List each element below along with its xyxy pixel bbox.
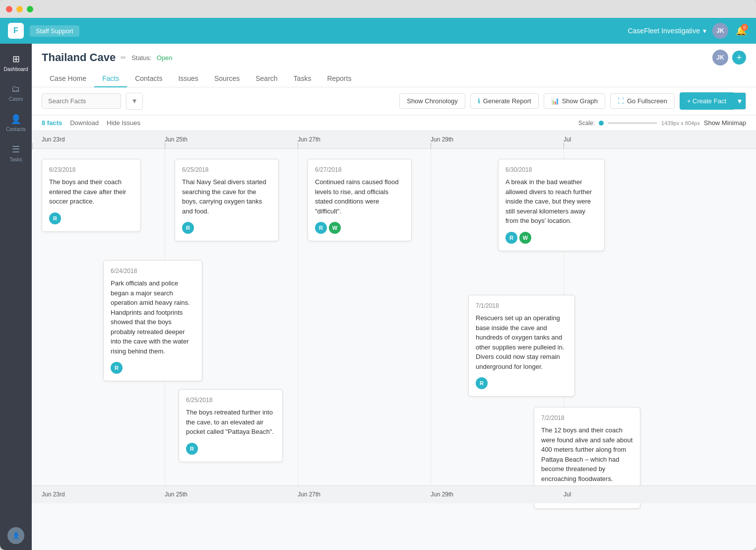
notification-bell[interactable]: 🔔 0 bbox=[734, 24, 748, 38]
fact-date-8: 7/2/2018 bbox=[541, 414, 633, 421]
sidebar-item-cases[interactable]: 🗂 Cases bbox=[0, 78, 32, 108]
tag-r-2: R bbox=[111, 362, 123, 374]
download-link[interactable]: Download bbox=[70, 119, 99, 127]
facts-count: 8 facts bbox=[42, 119, 62, 127]
show-minimap-button[interactable]: Show Minimap bbox=[704, 119, 746, 127]
tag-r-1: R bbox=[49, 212, 61, 224]
fact-tags-2: R bbox=[111, 362, 195, 374]
chronology-label: Show Chronology bbox=[407, 97, 458, 105]
fact-date-1: 6/23/2018 bbox=[49, 166, 133, 173]
generate-report-label: Generate Report bbox=[483, 97, 531, 105]
facts-bar: 8 facts Download Hide Issues Scale: 1439… bbox=[32, 115, 756, 131]
filter-button[interactable]: ▼ bbox=[126, 93, 143, 110]
scale-dimensions: 1439px x 804px bbox=[661, 120, 700, 126]
tab-contacts[interactable]: Contacts bbox=[127, 70, 170, 87]
hide-issues-link[interactable]: Hide Issues bbox=[107, 119, 140, 127]
timeline-scroll[interactable]: Jun 23rd Jun 25th Jun 27th Jun 29th Jul bbox=[32, 131, 756, 550]
fact-card-5[interactable]: 6/27/2018 Continued rains caused flood l… bbox=[308, 159, 412, 241]
create-fact-group: + Create Fact ▾ bbox=[680, 92, 746, 110]
show-graph-button[interactable]: 📊 Show Graph bbox=[544, 93, 605, 109]
fact-card-3[interactable]: 6/25/2018 Thai Navy Seal divers started … bbox=[175, 159, 279, 241]
search-input[interactable] bbox=[42, 93, 121, 109]
fact-date-7: 7/1/2018 bbox=[476, 302, 567, 309]
tag-w-6: W bbox=[519, 232, 531, 244]
fact-text-2: Park officials and police began a major … bbox=[111, 278, 195, 356]
fact-tags-4: R bbox=[186, 443, 275, 455]
tab-sources[interactable]: Sources bbox=[206, 70, 248, 87]
date-label-jun29-top: Jun 29th bbox=[431, 136, 453, 143]
edit-icon[interactable]: ✏ bbox=[121, 54, 126, 62]
tasks-icon: ☰ bbox=[12, 144, 20, 155]
org-name: CaseFleet Investigative ▾ bbox=[628, 27, 706, 35]
fact-text-8: The 12 boys and their coach were found a… bbox=[541, 425, 633, 483]
date-label-jun23-top: Jun 23rd bbox=[42, 136, 65, 143]
grid-line-jun29 bbox=[431, 149, 431, 485]
scale-track[interactable] bbox=[608, 122, 657, 124]
generate-report-button[interactable]: ℹ Generate Report bbox=[470, 93, 539, 109]
header-right: CaseFleet Investigative ▾ JK 🔔 0 bbox=[628, 23, 748, 39]
page-header: Thailand Cave ✏ Status: Open JK + Case H… bbox=[32, 44, 756, 87]
date-label-jun27-top: Jun 27th bbox=[298, 136, 320, 143]
notification-badge: 0 bbox=[741, 24, 748, 31]
fact-card-4[interactable]: 6/25/2018 The boys retreated further int… bbox=[179, 389, 283, 462]
add-button[interactable]: + bbox=[732, 51, 746, 65]
sidebar-label-contacts: Contacts bbox=[6, 127, 25, 132]
tab-reports[interactable]: Reports bbox=[319, 70, 359, 87]
tick-jun27 bbox=[298, 143, 298, 149]
fact-text-6: A break in the bad weather allowed diver… bbox=[505, 177, 597, 226]
page-title-right: JK + bbox=[712, 50, 746, 66]
fact-tags-3: R bbox=[182, 222, 271, 234]
fact-date-6: 6/30/2018 bbox=[505, 166, 597, 173]
tab-issues[interactable]: Issues bbox=[170, 70, 206, 87]
sidebar-item-dashboard[interactable]: ⊞ Dashboard bbox=[0, 48, 32, 78]
timeline-header-top: Jun 23rd Jun 25th Jun 27th Jun 29th Jul bbox=[32, 131, 756, 149]
create-fact-button[interactable]: + Create Fact bbox=[680, 92, 734, 110]
fact-card-2[interactable]: 6/24/2018 Park officials and police bega… bbox=[103, 260, 202, 381]
tag-w-5: W bbox=[329, 222, 341, 234]
app-window: F Staff Support CaseFleet Investigative … bbox=[0, 0, 756, 550]
maximize-button[interactable] bbox=[27, 6, 33, 12]
user-avatar-page[interactable]: JK bbox=[712, 50, 728, 66]
filter-icon: ▼ bbox=[131, 97, 137, 105]
sidebar: ⊞ Dashboard 🗂 Cases 👤 Contacts ☰ Tasks 👤 bbox=[0, 44, 32, 550]
show-chronology-button[interactable]: Show Chronology bbox=[399, 93, 465, 109]
tab-case-home[interactable]: Case Home bbox=[42, 70, 94, 87]
tab-tasks[interactable]: Tasks bbox=[286, 70, 319, 87]
sidebar-label-cases: Cases bbox=[9, 96, 23, 102]
date-label-jun27-bottom: Jun 27th bbox=[298, 491, 320, 498]
timeline-inner: Jun 23rd Jun 25th Jun 27th Jun 29th Jul bbox=[32, 131, 756, 503]
create-fact-dropdown[interactable]: ▾ bbox=[734, 92, 746, 110]
app-logo: F bbox=[8, 23, 24, 39]
sidebar-item-tasks[interactable]: ☰ Tasks bbox=[0, 138, 32, 168]
timeline-header-bottom: Jun 23rd Jun 25th Jun 27th Jun 29th Jul bbox=[32, 485, 756, 503]
staff-support-label: Staff Support bbox=[30, 25, 79, 37]
tab-search[interactable]: Search bbox=[248, 70, 285, 87]
sidebar-avatar-placeholder: 👤 bbox=[12, 532, 20, 539]
fact-tags-7: R bbox=[476, 377, 567, 389]
fact-card-6[interactable]: 6/30/2018 A break in the bad weather all… bbox=[498, 159, 605, 251]
sidebar-item-contacts[interactable]: 👤 Contacts bbox=[0, 108, 32, 138]
content-area: Thailand Cave ✏ Status: Open JK + Case H… bbox=[32, 44, 756, 550]
facts-toolbar: ▼ Show Chronology ℹ Generate Report 📊 Sh… bbox=[32, 87, 756, 115]
go-fullscreen-button[interactable]: ⛶ Go Fullscreen bbox=[610, 93, 675, 109]
fact-card-7[interactable]: 7/1/2018 Rescuers set up an operating ba… bbox=[468, 295, 575, 397]
tag-r-5: R bbox=[315, 222, 327, 234]
user-avatar-header[interactable]: JK bbox=[712, 23, 728, 39]
tab-facts[interactable]: Facts bbox=[94, 70, 127, 87]
tick-jun23 bbox=[32, 143, 33, 149]
close-button[interactable] bbox=[6, 6, 12, 12]
chevron-down-icon: ▾ bbox=[703, 27, 706, 35]
minimize-button[interactable] bbox=[16, 6, 23, 12]
date-label-jul-top: Jul bbox=[564, 136, 571, 143]
fact-date-2: 6/24/2018 bbox=[111, 268, 195, 275]
fact-card-1[interactable]: 6/23/2018 The boys and their coach enter… bbox=[42, 159, 141, 232]
tag-r-6: R bbox=[505, 232, 517, 244]
fact-tags-1: R bbox=[49, 212, 133, 224]
date-label-jun29-bottom: Jun 29th bbox=[431, 491, 453, 498]
main-layout: ⊞ Dashboard 🗂 Cases 👤 Contacts ☰ Tasks 👤 bbox=[0, 44, 756, 550]
fact-text-7: Rescuers set up an operating base inside… bbox=[476, 313, 567, 371]
app-header: F Staff Support CaseFleet Investigative … bbox=[0, 18, 756, 44]
sidebar-user-avatar[interactable]: 👤 bbox=[7, 527, 24, 544]
scale-dot bbox=[599, 121, 604, 126]
fact-text-5: Continued rains caused flood levels to r… bbox=[315, 177, 404, 216]
